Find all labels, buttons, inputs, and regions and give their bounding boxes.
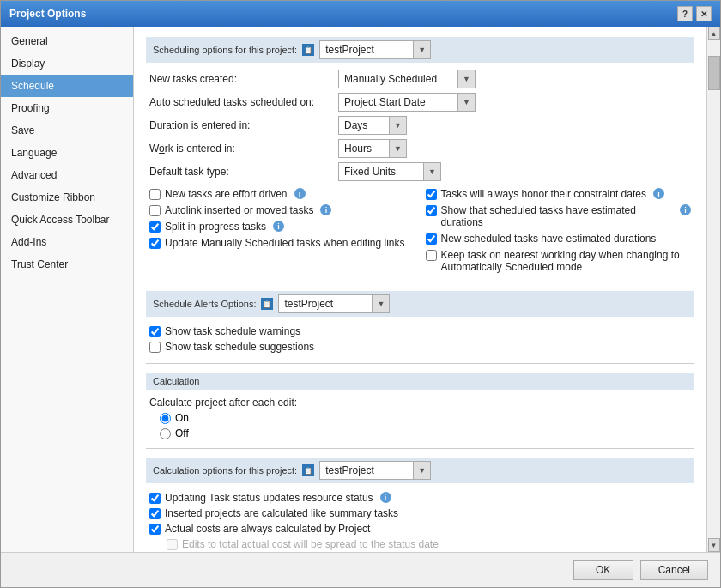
split-inprogress-label: Split in-progress tasks bbox=[165, 221, 266, 233]
checkbox-edits-spread: Edits to total actual cost will be sprea… bbox=[163, 536, 694, 552]
sidebar-item-trust-center[interactable]: Trust Center bbox=[1, 253, 133, 276]
alerts-project-dropdown-btn[interactable]: ▼ bbox=[372, 295, 389, 312]
new-tasks-dropdown[interactable]: Manually Scheduled ▼ bbox=[338, 70, 476, 88]
auto-scheduled-dropdown-btn[interactable]: ▼ bbox=[457, 94, 475, 111]
calc-on-radio[interactable] bbox=[160, 413, 171, 424]
updating-task-status-checkbox[interactable] bbox=[149, 493, 161, 504]
scheduling-project-dropdown[interactable]: testProject ▼ bbox=[319, 40, 431, 59]
cancel-button[interactable]: Cancel bbox=[640, 560, 708, 580]
checkbox-autolink: Autolink inserted or moved tasks i bbox=[149, 204, 415, 216]
sidebar-item-customize-ribbon[interactable]: Customize Ribbon bbox=[1, 186, 133, 209]
checkbox-actual-costs: Actual costs are always calculated by Pr… bbox=[146, 521, 694, 536]
checkboxes-area: New tasks are effort driven i Autolink i… bbox=[149, 188, 691, 273]
checkbox-new-estimated: New scheduled tasks have estimated durat… bbox=[426, 233, 692, 245]
work-label: Work is entered in: bbox=[149, 142, 338, 155]
new-estimated-checkbox[interactable] bbox=[426, 233, 437, 245]
calc-off-radio[interactable] bbox=[160, 428, 171, 439]
close-button[interactable]: ✕ bbox=[696, 6, 712, 21]
new-tasks-dropdown-btn[interactable]: ▼ bbox=[457, 70, 475, 88]
show-suggestions-label: Show task schedule suggestions bbox=[165, 341, 314, 353]
split-inprogress-checkbox[interactable] bbox=[149, 221, 161, 233]
checkbox-estimated-durations: Show that scheduled tasks have estimated… bbox=[426, 204, 692, 228]
alerts-header-label: Schedule Alerts Options: bbox=[153, 299, 256, 309]
scroll-down-btn[interactable]: ▼ bbox=[708, 538, 720, 552]
dialog-title: Project Options bbox=[9, 8, 86, 20]
work-dropdown-btn[interactable]: ▼ bbox=[389, 140, 406, 157]
actual-costs-checkbox[interactable] bbox=[149, 524, 161, 535]
work-dropdown[interactable]: Hours ▼ bbox=[338, 139, 407, 158]
sidebar-item-quick-access[interactable]: Quick Access Toolbar bbox=[1, 209, 133, 231]
alerts-section-header: Schedule Alerts Options: 📋 testProject ▼ bbox=[146, 291, 694, 317]
alerts-project-value: testProject bbox=[279, 298, 372, 310]
duration-dropdown-btn[interactable]: ▼ bbox=[389, 117, 406, 134]
calc-options-project-dropdown-btn[interactable]: ▼ bbox=[413, 462, 430, 479]
auto-scheduled-row: Auto scheduled tasks scheduled on: Proje… bbox=[146, 93, 694, 112]
task-type-dropdown[interactable]: Fixed Units ▼ bbox=[338, 162, 441, 181]
ok-button[interactable]: OK bbox=[573, 560, 633, 580]
duration-row: Duration is entered in: Days ▼ bbox=[146, 116, 694, 135]
duration-dropdown[interactable]: Days ▼ bbox=[338, 116, 407, 135]
calc-options-project-icon: 📋 bbox=[302, 464, 314, 476]
sidebar-item-advanced[interactable]: Advanced bbox=[1, 164, 133, 186]
auto-scheduled-dropdown[interactable]: Project Start Date ▼ bbox=[338, 93, 476, 112]
effort-driven-checkbox[interactable] bbox=[149, 189, 161, 200]
dialog-body: General Display Schedule Proofing Save L… bbox=[1, 27, 720, 552]
update-manually-label: Update Manually Scheduled tasks when edi… bbox=[165, 237, 405, 249]
sidebar-item-add-ins[interactable]: Add-Ins bbox=[1, 231, 133, 253]
calc-on-label: On bbox=[175, 412, 189, 424]
alerts-project-dropdown[interactable]: testProject ▼ bbox=[278, 294, 390, 313]
scheduling-section-header: Scheduling options for this project: 📋 t… bbox=[146, 37, 694, 63]
scroll-up-btn[interactable]: ▲ bbox=[708, 27, 720, 40]
actual-costs-label: Actual costs are always calculated by Pr… bbox=[165, 523, 370, 535]
auto-scheduled-value: Project Start Date bbox=[339, 96, 457, 108]
scheduling-project-dropdown-btn[interactable]: ▼ bbox=[413, 41, 430, 58]
estimated-durations-checkbox[interactable] bbox=[426, 205, 437, 216]
split-inprogress-info: i bbox=[273, 221, 284, 232]
honor-constraints-info: i bbox=[653, 188, 664, 199]
scroll-thumb[interactable] bbox=[708, 56, 720, 90]
updating-task-status-label: Updating Task status updates resource st… bbox=[165, 492, 373, 504]
new-estimated-label: New scheduled tasks have estimated durat… bbox=[441, 233, 657, 245]
sidebar-item-proofing[interactable]: Proofing bbox=[1, 97, 133, 119]
effort-driven-label: New tasks are effort driven bbox=[165, 188, 288, 200]
autolink-info: i bbox=[320, 204, 331, 215]
show-suggestions-checkbox[interactable] bbox=[149, 342, 161, 353]
alerts-project-icon: 📋 bbox=[261, 298, 273, 310]
autolink-checkbox[interactable] bbox=[149, 205, 161, 216]
autolink-label: Autolink inserted or moved tasks bbox=[165, 204, 313, 216]
checkbox-nearest-working: Keep task on nearest working day when ch… bbox=[426, 249, 692, 273]
sidebar-item-schedule[interactable]: Schedule bbox=[1, 75, 133, 97]
estimated-durations-info: i bbox=[680, 204, 691, 215]
edits-spread-label: Edits to total actual cost will be sprea… bbox=[182, 538, 439, 550]
sidebar-item-language[interactable]: Language bbox=[1, 142, 133, 164]
calc-options-header-label: Calculation options for this project: bbox=[153, 465, 297, 476]
edits-spread-checkbox[interactable] bbox=[167, 539, 178, 550]
checkbox-effort-driven: New tasks are effort driven i bbox=[149, 188, 415, 200]
sidebar-item-save[interactable]: Save bbox=[1, 119, 133, 142]
main-content: Scheduling options for this project: 📋 t… bbox=[134, 27, 706, 552]
help-button[interactable]: ? bbox=[677, 6, 693, 21]
sidebar-item-display[interactable]: Display bbox=[1, 52, 133, 75]
show-warnings-checkbox[interactable] bbox=[149, 326, 161, 337]
new-tasks-label: New tasks created: bbox=[149, 73, 338, 85]
task-type-value: Fixed Units bbox=[339, 166, 423, 178]
honor-constraints-checkbox[interactable] bbox=[426, 189, 437, 200]
work-row: Work is entered in: Hours ▼ bbox=[146, 139, 694, 158]
task-type-dropdown-btn[interactable]: ▼ bbox=[423, 163, 440, 180]
duration-label: Duration is entered in: bbox=[149, 119, 338, 131]
updating-task-status-info: i bbox=[380, 492, 391, 503]
nearest-working-checkbox[interactable] bbox=[426, 250, 437, 261]
project-icon: 📋 bbox=[302, 44, 314, 56]
new-tasks-value: Manually Scheduled bbox=[339, 73, 457, 85]
checkbox-honor-constraints: Tasks will always honor their constraint… bbox=[426, 188, 692, 200]
checkbox-split-inprogress: Split in-progress tasks i bbox=[149, 221, 415, 233]
scheduling-header-label: Scheduling options for this project: bbox=[153, 45, 297, 55]
calc-options-project-dropdown[interactable]: testProject ▼ bbox=[319, 461, 431, 480]
radio-off-row: Off bbox=[160, 427, 694, 439]
estimated-durations-label: Show that scheduled tasks have estimated… bbox=[441, 204, 674, 228]
update-manually-checkbox[interactable] bbox=[149, 238, 161, 249]
work-value: Hours bbox=[339, 142, 389, 155]
divider-1 bbox=[146, 282, 694, 282]
sidebar-item-general[interactable]: General bbox=[1, 30, 133, 52]
inserted-projects-checkbox[interactable] bbox=[149, 508, 161, 519]
